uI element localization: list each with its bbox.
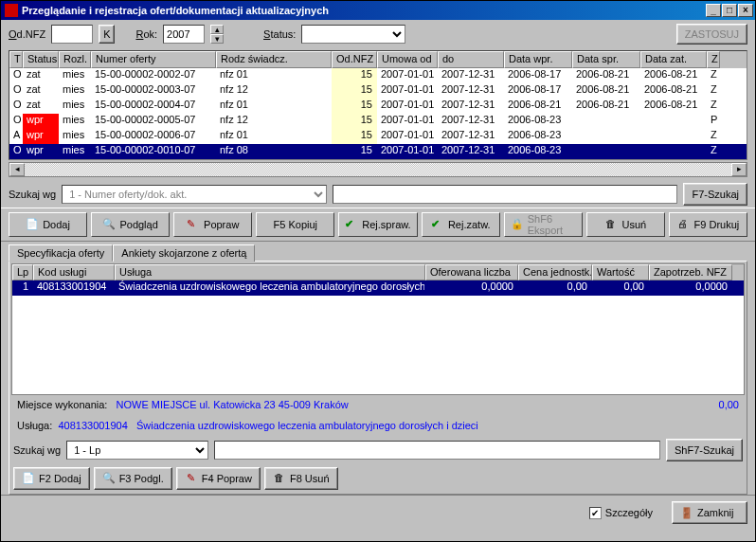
rok-label: Rok: (135, 28, 157, 40)
col-header[interactable]: Cena jednostk. (518, 264, 592, 280)
col-header[interactable]: Wartość (592, 264, 649, 280)
search2-label: Szukaj wg (13, 444, 61, 456)
table-row[interactable]: Owprmies15-00-00002-0005-07nfz 12152007-… (9, 114, 747, 129)
miejsce-info: Miejsce wykonania: NOWE MIEJSCE ul. Kato… (9, 397, 747, 412)
title-text: Przeglądanie i rejestracja ofert/dokumen… (22, 5, 706, 16)
grid-header: TStatusRozl.Numer ofertyRodz świadcz.Od.… (9, 51, 747, 68)
search1-combo[interactable]: 1 - Numer oferty/dok. akt. (62, 185, 327, 204)
tab-surveys[interactable]: Ankiety skojarzone z ofertą (113, 244, 255, 262)
rok-spin-down[interactable]: ▾ (210, 34, 224, 44)
table-row[interactable]: Awprmies15-00-00002-0006-07nfz 01152007-… (9, 129, 747, 144)
bottom-bar: ✔ Szczegóły 🚪 Zamknij (1, 495, 755, 530)
trash-icon: 🗑 (605, 218, 619, 231)
export-button[interactable]: 🔒ShF6 Eksport (504, 212, 583, 237)
edit-button[interactable]: ✎Popraw (173, 212, 252, 237)
rejspraw-button[interactable]: ✔Rej.spraw. (338, 212, 417, 237)
rok-spin-up[interactable]: ▴ (210, 25, 224, 34)
rejzatw-button[interactable]: ✔Rej.zatw. (422, 212, 500, 237)
f4-edit-button[interactable]: ✎F4 Popraw (176, 467, 261, 490)
search2-input[interactable] (214, 441, 660, 460)
check-icon: ✔ (345, 218, 358, 231)
odnfz-label: Od.NFZ (9, 28, 45, 40)
scroll-left-button[interactable]: ◂ (9, 163, 25, 176)
close-window-button[interactable]: 🚪 Zamknij (672, 501, 747, 524)
col-header[interactable]: Data wpr. (504, 51, 572, 68)
tab-specification[interactable]: Specyfikacja oferty (9, 244, 113, 262)
preview-button[interactable]: 🔍Podgląd (91, 212, 170, 237)
col-header[interactable]: Z (707, 51, 720, 68)
check-icon: ✔ (431, 218, 444, 231)
filter-bar: Od.NFZ K Rok: ▴ ▾ Status: ZASTOSUJ (1, 20, 755, 48)
odnfz-input[interactable] (51, 25, 93, 44)
status-select[interactable] (301, 25, 405, 44)
table-row[interactable]: Ozatmies15-00-00002-0002-07nfz 01152007-… (9, 68, 747, 83)
details-checkbox[interactable]: ✔ Szczegóły (589, 507, 653, 519)
rok-input[interactable] (163, 25, 205, 44)
lock-icon: 🔒 (511, 218, 524, 231)
status-label: Status: (263, 28, 296, 40)
app-icon (5, 4, 18, 17)
printer-icon: 🖨 (677, 218, 691, 231)
close-button[interactable]: × (738, 4, 753, 17)
add-icon: 📄 (26, 218, 39, 231)
add-button[interactable]: 📄Dodaj (9, 212, 87, 237)
offers-grid[interactable]: TStatusRozl.Numer ofertyRodz świadcz.Od.… (9, 50, 747, 160)
maximize-button[interactable]: □ (722, 4, 737, 17)
search2-combo[interactable]: 1 - Lp (66, 441, 208, 460)
col-header[interactable]: Rodz świadcz. (216, 51, 332, 68)
col-header[interactable]: Usługa (115, 264, 425, 280)
col-header[interactable]: Od.NFZ (332, 51, 377, 68)
checkbox-icon: ✔ (589, 507, 602, 519)
grid-hscroll[interactable]: ◂ ▸ (9, 162, 747, 177)
magnifier-icon: 🔍 (102, 218, 116, 231)
table-row[interactable]: Ozatmies15-00-00002-0004-07nfz 01152007-… (9, 99, 747, 114)
col-header[interactable]: Lp (12, 264, 33, 280)
col-header[interactable]: Numer oferty (91, 51, 216, 68)
col-header[interactable]: Zapotrzeb. NFZ (649, 264, 732, 280)
edit-icon: ✎ (185, 472, 198, 485)
col-header[interactable]: Rozl. (59, 51, 91, 68)
magnifier-icon: 🔍 (102, 472, 116, 485)
trash-icon: 🗑 (273, 472, 286, 485)
apply-button[interactable]: ZASTOSUJ (676, 24, 747, 45)
titlebar: Przeglądanie i rejestracja ofert/dokumen… (1, 1, 755, 20)
minimize-button[interactable]: _ (706, 4, 721, 17)
col-header[interactable]: Oferowana liczba (425, 264, 518, 280)
f3-preview-button[interactable]: 🔍F3 Podgl. (94, 467, 172, 490)
detail-header: LpKod usługiUsługaOferowana liczbaCena j… (12, 264, 744, 280)
f7-search-button[interactable]: F7-Szukaj (683, 183, 747, 206)
col-header[interactable]: Umowa od (377, 51, 438, 68)
col-header[interactable]: T (9, 51, 23, 68)
f8-delete-button[interactable]: 🗑F8 Usuń (264, 467, 338, 490)
k-button[interactable]: K (99, 25, 115, 44)
tab-pane: LpKod usługiUsługaOferowana liczbaCena j… (9, 261, 747, 495)
copy-button[interactable]: F5 Kopiuj (256, 212, 334, 237)
f2-add-button[interactable]: 📄F2 Dodaj (13, 467, 90, 490)
delete-button[interactable]: 🗑Usuń (586, 212, 665, 237)
detail-row[interactable]: 1408133001904Świadczenia uzdrowiskowego … (12, 280, 744, 296)
door-icon: 🚪 (680, 507, 693, 519)
col-header[interactable]: Kod usługi (33, 264, 115, 280)
col-header[interactable]: Data spr. (572, 51, 640, 68)
scroll-right-button[interactable]: ▸ (731, 163, 747, 176)
col-header[interactable]: Status (23, 51, 59, 68)
edit-icon: ✎ (187, 218, 200, 231)
shf7-search-button[interactable]: ShF7-Szukaj (666, 439, 743, 461)
print-button[interactable]: 🖨F9 Drukuj (669, 212, 747, 237)
detail-grid[interactable]: LpKod usługiUsługaOferowana liczbaCena j… (11, 263, 745, 395)
add-icon: 📄 (22, 472, 35, 485)
col-header[interactable]: Data zat. (640, 51, 707, 68)
table-row[interactable]: Owprmies15-00-00002-0010-07nfz 08152007-… (9, 144, 747, 159)
table-row[interactable]: Ozatmies15-00-00002-0003-07nfz 12152007-… (9, 83, 747, 99)
usluga-info: Usługa: 408133001904 Świadczenia uzdrowi… (9, 418, 747, 433)
main-toolbar: 📄Dodaj 🔍Podgląd ✎Popraw F5 Kopiuj ✔Rej.s… (1, 208, 755, 242)
search1-input[interactable] (333, 185, 677, 204)
col-header[interactable]: do (438, 51, 504, 68)
search1-label: Szukaj wg (9, 189, 56, 200)
detail-tabs: Specyfikacja oferty Ankiety skojarzone z… (1, 244, 755, 261)
